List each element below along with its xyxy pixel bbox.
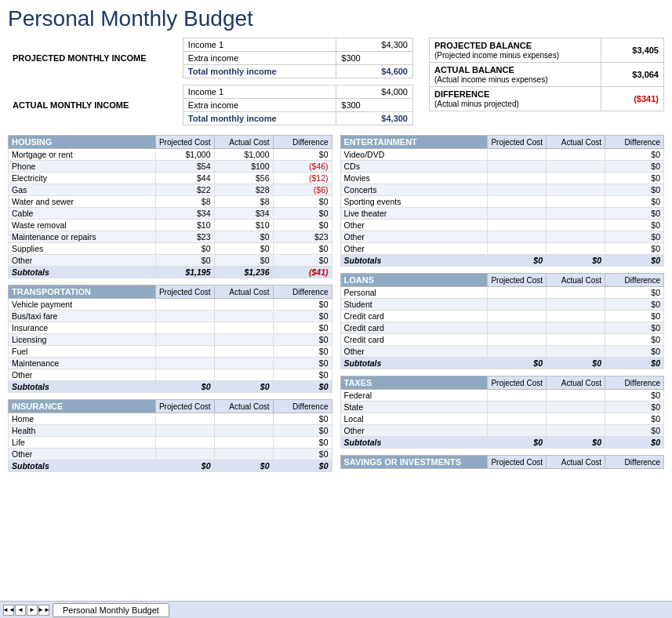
cell-8-3: $0 xyxy=(605,243,664,255)
budget-section-entertainment: ENTERTAINMENTProjected CostActual CostDi… xyxy=(340,135,665,267)
cell-9-0: Other xyxy=(9,255,156,267)
balance-section: PROJECTED BALANCE (Projected income minu… xyxy=(429,38,664,125)
cell-6-1: $10 xyxy=(155,220,214,231)
cell-4-1 xyxy=(155,346,214,358)
budget-section-housing: HOUSINGProjected CostActual CostDifferen… xyxy=(8,135,332,278)
cell-1-0: Student xyxy=(340,299,488,311)
col-header-0: Projected Cost xyxy=(155,285,214,299)
cell-0-1 xyxy=(155,299,214,311)
section-header-transportation: TRANSPORTATION xyxy=(9,285,156,299)
col-header-2: Difference xyxy=(273,285,332,299)
subtotal-cell-3: ($41) xyxy=(273,267,332,278)
cell-5-2 xyxy=(214,358,273,369)
nav-first[interactable]: ◄◄ xyxy=(3,605,14,616)
col-header-1: Actual Cost xyxy=(547,456,605,469)
cell-3-3: $0 xyxy=(273,334,332,346)
cell-0-1 xyxy=(488,149,547,161)
cell-0-3: $0 xyxy=(605,390,664,402)
subtotal-cell-1: $0 xyxy=(155,381,214,393)
cell-1-0: State xyxy=(340,402,488,413)
nav-next[interactable]: ► xyxy=(27,605,38,616)
actual-income-table: ACTUAL MONTHLY INCOME Income 1 $4,000 Ex… xyxy=(8,85,413,125)
subtotal-cell-1: $0 xyxy=(488,437,547,449)
cell-1-3: $0 xyxy=(273,311,332,322)
subtotal-cell-1: $1,195 xyxy=(155,267,214,278)
subtotal-cell-3: $0 xyxy=(605,437,664,449)
cell-8-2 xyxy=(547,243,605,255)
cell-8-1 xyxy=(488,243,547,255)
cell-1-0: Bus/taxi fare xyxy=(9,311,156,322)
table-row: Credit card$0 xyxy=(340,311,664,322)
cell-1-1 xyxy=(155,311,214,322)
table-row: Maintenance or repairs$23$0$23 xyxy=(9,231,332,243)
budget-table-insurance: INSURANCEProjected CostActual CostDiffer… xyxy=(8,399,332,472)
table-row: Credit card$0 xyxy=(340,322,664,334)
cell-4-3: $0 xyxy=(605,334,664,346)
cell-1-1: $54 xyxy=(155,161,214,173)
budget-section-taxes: TAXESProjected CostActual CostDifference… xyxy=(340,376,665,449)
cell-2-2: $56 xyxy=(214,173,273,184)
cell-3-0: Concerts xyxy=(340,184,488,196)
cell-3-0: Credit card xyxy=(340,322,488,334)
table-row: State$0 xyxy=(340,402,664,413)
cell-6-0: Waste removal xyxy=(9,220,156,231)
table-row: Other$0$0$0 xyxy=(9,255,332,267)
subtotal-cell-0: Subtotals xyxy=(340,437,488,449)
table-row: Personal$0 xyxy=(340,287,664,299)
cell-1-2: $100 xyxy=(214,161,273,173)
cell-2-1 xyxy=(488,311,547,322)
nav-prev[interactable]: ◄ xyxy=(15,605,26,616)
cell-7-1 xyxy=(488,231,547,243)
budget-table-savings-or-investments: SAVINGS OR INVESTMENTSProjected CostActu… xyxy=(340,455,665,469)
cell-0-2 xyxy=(214,413,273,425)
subtotal-cell-3: $0 xyxy=(273,460,332,472)
proj-row1-name: Income 1 xyxy=(183,38,336,52)
subtotal-cell-3: $0 xyxy=(273,381,332,393)
budget-section-savings-or-investments: SAVINGS OR INVESTMENTSProjected CostActu… xyxy=(340,455,665,469)
cell-2-3: $0 xyxy=(605,311,664,322)
col-header-2: Difference xyxy=(605,456,664,469)
cell-2-0: Insurance xyxy=(9,322,156,334)
budget-table-housing: HOUSINGProjected CostActual CostDifferen… xyxy=(8,135,332,278)
cell-4-0: Sporting events xyxy=(340,196,488,208)
cell-3-0: Licensing xyxy=(9,334,156,346)
subtotal-cell-0: Subtotals xyxy=(340,255,488,267)
sheet-tab[interactable]: Personal Monthly Budget xyxy=(53,603,169,617)
table-row: Concerts$0 xyxy=(340,184,664,196)
cell-2-1: $44 xyxy=(155,173,214,184)
cell-2-3: $0 xyxy=(605,173,664,184)
table-row: Bus/taxi fare$0 xyxy=(9,311,332,322)
cell-2-0: Electricity xyxy=(9,173,156,184)
section-header-entertainment: ENTERTAINMENT xyxy=(340,136,488,149)
budget-section-transportation: TRANSPORTATIONProjected CostActual CostD… xyxy=(8,285,332,393)
main-budget-grid: HOUSINGProjected CostActual CostDifferen… xyxy=(0,132,672,482)
cell-5-3: $0 xyxy=(273,358,332,369)
cell-3-0: Other xyxy=(340,425,488,437)
subtotal-cell-0: Subtotals xyxy=(9,460,156,472)
cell-5-1 xyxy=(488,208,547,220)
cell-5-1: $34 xyxy=(155,208,214,220)
cell-6-0: Other xyxy=(9,369,156,381)
table-row: Health$0 xyxy=(9,425,332,437)
cell-3-1 xyxy=(155,449,214,460)
table-row: Cable$34$34$0 xyxy=(9,208,332,220)
nav-last[interactable]: ►► xyxy=(38,605,49,616)
subtotal-row: Subtotals$0$0$0 xyxy=(9,381,332,393)
cell-1-1 xyxy=(488,299,547,311)
cell-8-0: Other xyxy=(340,243,488,255)
subtotal-cell-2: $0 xyxy=(547,358,605,369)
tab-navigation[interactable]: ◄◄ ◄ ► ►► xyxy=(3,605,49,616)
cell-1-2 xyxy=(214,425,273,437)
cell-5-3: $0 xyxy=(605,346,664,358)
cell-4-0: Credit card xyxy=(340,334,488,346)
budget-table-transportation: TRANSPORTATIONProjected CostActual CostD… xyxy=(8,285,332,393)
budget-table-entertainment: ENTERTAINMENTProjected CostActual CostDi… xyxy=(340,135,665,267)
actual-total-val: $4,300 xyxy=(336,112,413,125)
col-header-1: Actual Cost xyxy=(547,136,605,149)
table-row: Live theater$0 xyxy=(340,208,664,220)
cell-2-0: Life xyxy=(9,437,156,449)
cell-1-0: Phone xyxy=(9,161,156,173)
actual-balance-label: ACTUAL BALANCE (Actual income minus expe… xyxy=(430,63,601,87)
cell-3-2: $28 xyxy=(214,184,273,196)
actual-balance-val: $3,064 xyxy=(601,63,664,87)
